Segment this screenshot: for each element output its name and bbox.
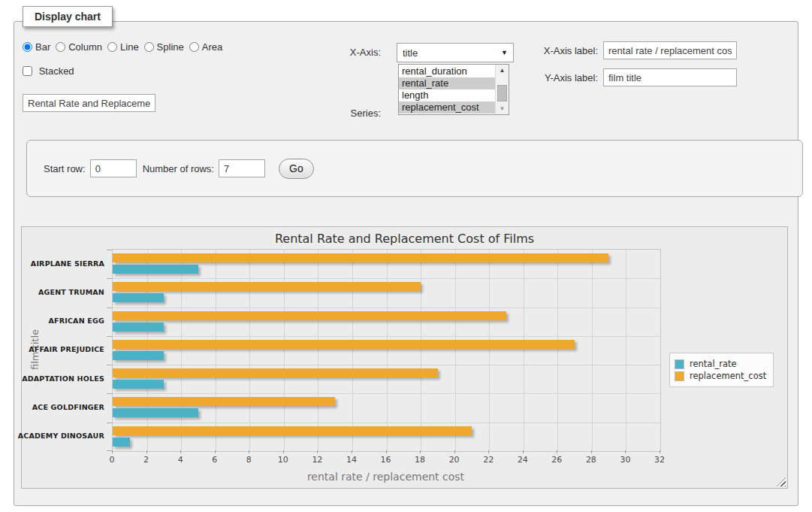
chart-type-radio-spline[interactable] bbox=[144, 42, 154, 52]
gridline-horizontal bbox=[113, 423, 660, 423]
legend-swatch-rental_rate bbox=[675, 359, 684, 369]
rows-panel: Start row: Number of rows: Go bbox=[26, 140, 803, 197]
x-tick-label: 0 bbox=[110, 455, 115, 465]
scrollbar-thumb[interactable] bbox=[497, 85, 507, 101]
y-category-label: AGENT TRUMAN bbox=[22, 277, 104, 306]
y-category-label: ACADEMY DINOSAUR bbox=[22, 422, 104, 450]
legend-item-rental_rate: rental_rate bbox=[675, 359, 766, 369]
stacked-label: Stacked bbox=[39, 65, 74, 77]
chart-type-area[interactable]: Area bbox=[189, 41, 222, 53]
x-tick-mark bbox=[112, 450, 113, 453]
x-tick-label: 4 bbox=[178, 455, 183, 465]
x-tick-label: 6 bbox=[212, 455, 217, 465]
chart-type-radio-column[interactable] bbox=[56, 42, 65, 52]
fieldset-legend: Display chart bbox=[23, 6, 113, 27]
x-tick-mark bbox=[352, 450, 352, 453]
x-tick-label: 22 bbox=[483, 455, 494, 465]
bar-rental_rate bbox=[113, 265, 198, 274]
x-tick-mark bbox=[146, 450, 147, 453]
x-axis-select-label: X-Axis: bbox=[315, 47, 381, 58]
bar-rental_rate bbox=[113, 380, 164, 389]
stacked-checkbox[interactable] bbox=[23, 66, 32, 76]
y-tick-mark bbox=[107, 393, 112, 394]
x-axis-label-input[interactable] bbox=[603, 41, 737, 59]
x-tick-label: 12 bbox=[312, 455, 322, 465]
chart-type-spline[interactable]: Spline bbox=[144, 41, 184, 53]
start-row-input[interactable] bbox=[90, 159, 137, 177]
chart-type-column[interactable]: Column bbox=[56, 41, 102, 53]
series-option-rental_duration[interactable]: rental_duration bbox=[399, 65, 496, 77]
legend-label-replacement_cost: replacement_cost bbox=[690, 371, 766, 381]
x-tick-mark bbox=[317, 450, 318, 453]
num-rows-label: Number of rows: bbox=[143, 163, 214, 174]
x-axis-select[interactable]: title bbox=[397, 43, 514, 62]
gridline-horizontal bbox=[113, 365, 660, 365]
go-button[interactable]: Go bbox=[279, 159, 314, 179]
gridline-vertical bbox=[489, 250, 490, 451]
chart-legend: rental_ratereplacement_cost bbox=[669, 353, 774, 387]
gridline-horizontal bbox=[113, 308, 660, 308]
gridline-vertical bbox=[557, 250, 558, 451]
y-tick-mark bbox=[107, 278, 112, 279]
chart-type-radio-line[interactable] bbox=[107, 42, 117, 52]
gridline-horizontal bbox=[113, 393, 660, 394]
x-tick-mark bbox=[283, 450, 284, 453]
gridline-vertical bbox=[147, 250, 148, 451]
series-scrollbar[interactable]: ▲ ▼ bbox=[495, 65, 509, 114]
x-tick-label: 10 bbox=[278, 455, 288, 465]
gridline-vertical bbox=[284, 250, 285, 451]
x-tick-mark bbox=[488, 450, 489, 453]
x-axis-ticks: 02468101214161820222426283032 bbox=[112, 450, 660, 470]
y-category-label: ACE GOLDFINGER bbox=[22, 392, 104, 421]
bar-rental_rate bbox=[113, 408, 198, 417]
chart-title-input[interactable] bbox=[23, 94, 155, 112]
series-option-length[interactable]: length bbox=[399, 89, 496, 101]
x-axis-title: rental rate / replacement cost bbox=[112, 471, 660, 483]
x-tick-label: 26 bbox=[551, 455, 562, 465]
series-option-rental_rate[interactable]: rental_rate bbox=[399, 77, 496, 89]
bar-replacement_cost bbox=[113, 282, 421, 291]
resize-grip-icon[interactable] bbox=[777, 477, 786, 486]
y-category-label: AFRICAN EGG bbox=[22, 307, 104, 335]
chart-type-line[interactable]: Line bbox=[107, 41, 139, 53]
scroll-up-icon[interactable]: ▲ bbox=[496, 65, 509, 76]
legend-swatch-replacement_cost bbox=[675, 371, 684, 381]
y-category-label: ADAPTATION HOLES bbox=[22, 364, 104, 392]
bar-replacement_cost bbox=[113, 397, 335, 406]
y-tick-mark bbox=[107, 423, 112, 423]
x-tick-mark bbox=[386, 450, 387, 453]
x-tick-label: 32 bbox=[654, 455, 665, 465]
gridline-vertical bbox=[352, 250, 353, 451]
x-tick-mark bbox=[591, 450, 592, 453]
chart-title: Rental Rate and Replacement Cost of Film… bbox=[22, 232, 787, 246]
bar-rental_rate bbox=[113, 323, 164, 332]
start-row-label: Start row: bbox=[44, 163, 86, 174]
bar-replacement_cost bbox=[113, 253, 608, 262]
series-option-replacement_cost[interactable]: replacement_cost bbox=[399, 101, 496, 114]
scroll-down-icon[interactable]: ▼ bbox=[496, 103, 509, 114]
series-listbox[interactable]: rental_durationrental_ratelengthreplacem… bbox=[398, 64, 509, 115]
x-axis-label-label: X-Axis label: bbox=[525, 45, 598, 56]
chart-type-radios: BarColumnLineSplineArea bbox=[23, 41, 228, 53]
x-tick-label: 2 bbox=[143, 455, 149, 465]
bar-replacement_cost bbox=[113, 368, 438, 377]
x-tick-mark bbox=[523, 450, 524, 453]
x-tick-mark bbox=[625, 450, 626, 453]
plot-area bbox=[112, 249, 661, 452]
chart-type-radio-bar[interactable] bbox=[23, 42, 32, 52]
x-tick-label: 20 bbox=[449, 455, 460, 465]
gridline-vertical bbox=[421, 250, 421, 451]
bar-rental_rate bbox=[113, 293, 164, 302]
x-tick-mark bbox=[180, 450, 181, 453]
chart-type-radio-area[interactable] bbox=[189, 42, 199, 52]
x-tick-mark bbox=[660, 450, 660, 453]
gridline-vertical bbox=[387, 250, 388, 451]
x-tick-label: 8 bbox=[246, 455, 252, 465]
num-rows-input[interactable] bbox=[219, 159, 265, 177]
display-chart-fieldset: Display chart BarColumnLineSplineArea St… bbox=[14, 21, 798, 506]
chart-type-bar[interactable]: Bar bbox=[23, 41, 50, 53]
y-axis-label-input[interactable] bbox=[603, 68, 737, 86]
gridline-vertical bbox=[249, 250, 250, 451]
stacked-checkbox-row[interactable]: Stacked bbox=[23, 65, 74, 77]
gridline-horizontal bbox=[113, 336, 660, 337]
